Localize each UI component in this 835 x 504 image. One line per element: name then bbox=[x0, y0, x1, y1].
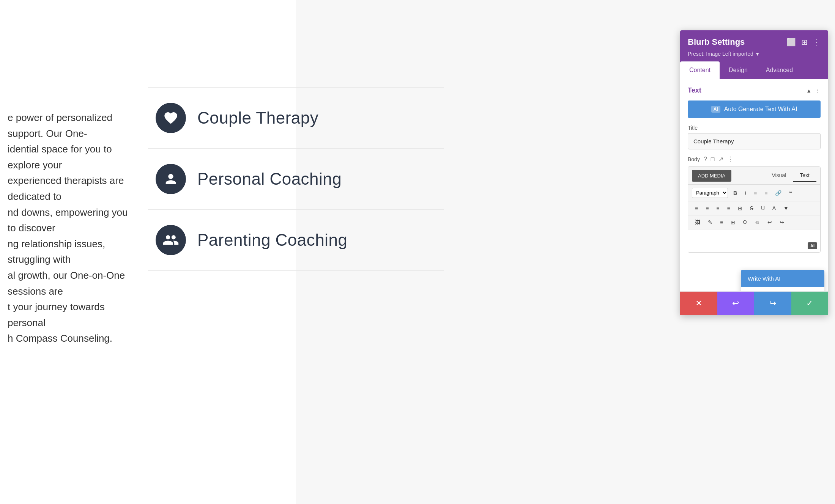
editor-content-area[interactable]: AI bbox=[688, 229, 820, 252]
parenting-coaching-label: Parenting Coaching bbox=[197, 231, 347, 250]
bullet-list-button[interactable]: ≡ bbox=[751, 188, 760, 198]
ordered-list-button[interactable]: ≡ bbox=[761, 188, 770, 198]
add-media-button[interactable]: ADD MEDIA bbox=[692, 170, 731, 182]
split-icon[interactable]: ⊞ bbox=[801, 38, 808, 47]
formatting-buttons: B I ≡ ≡ 🔗 ❝ bbox=[730, 188, 795, 198]
panel-tabs: Content Design Advanced bbox=[680, 61, 828, 79]
ai-generate-label: Auto Generate Text With AI bbox=[724, 106, 797, 113]
section-controls: ▲ ⋮ bbox=[806, 88, 821, 94]
panel-footer: ✕ ↩ ↪ ✓ bbox=[680, 291, 828, 315]
body-help-icon[interactable]: ? bbox=[704, 156, 707, 163]
write-with-ai-option[interactable]: Write With AI bbox=[741, 270, 824, 287]
editor-area: ADD MEDIA Visual Text Paragraph Heading … bbox=[688, 166, 821, 253]
title-input[interactable] bbox=[688, 133, 821, 149]
items-list: Couple Therapy Personal Coaching Parenti… bbox=[148, 87, 444, 271]
bold-button[interactable]: B bbox=[730, 188, 740, 198]
text-tab[interactable]: Text bbox=[793, 169, 816, 182]
underline-button[interactable]: U̲ bbox=[758, 204, 768, 213]
save-button[interactable]: ✓ bbox=[791, 292, 829, 315]
section-more-icon[interactable]: ⋮ bbox=[815, 88, 821, 94]
text-line-4: nd downs, empowering you to discover bbox=[8, 205, 129, 236]
text-line-8: h Compass Counseling. bbox=[8, 331, 129, 347]
editor-toolbar-row3: 🖼 ✎ ≡ ⊞ Ω ☺ ↩ ↪ bbox=[688, 215, 820, 229]
panel-preset: Preset: Image Left imported ▼ bbox=[688, 51, 821, 61]
panel-body: Text ▲ ⋮ AI Auto Generate Text With AI T… bbox=[680, 79, 828, 291]
font-color-button[interactable]: A bbox=[769, 204, 779, 213]
people-icon-circle bbox=[156, 225, 186, 255]
list-item: Personal Coaching bbox=[148, 149, 444, 210]
section-chevron-icon[interactable]: ▲ bbox=[806, 88, 811, 94]
pen-button[interactable]: ✎ bbox=[705, 218, 715, 227]
link-button[interactable]: 🔗 bbox=[772, 188, 785, 198]
emoji-button[interactable]: ☺ bbox=[752, 218, 763, 227]
special-char-button[interactable]: Ω bbox=[740, 218, 750, 227]
panel-title-row: Blurb Settings ⬜ ⊞ ⋮ bbox=[688, 37, 821, 47]
text-line-1: e power of personalized support. Our One… bbox=[8, 110, 129, 141]
settings-panel: Blurb Settings ⬜ ⊞ ⋮ Preset: Image Left … bbox=[680, 30, 828, 315]
strikethrough-button[interactable]: S̶ bbox=[747, 204, 756, 213]
editor-toolbar-row2: ≡ ≡ ≡ ≡ ⊞ S̶ U̲ A ▼ bbox=[688, 201, 820, 215]
italic-button[interactable]: I bbox=[742, 188, 749, 198]
couple-therapy-label: Couple Therapy bbox=[197, 108, 318, 127]
body-mobile-icon[interactable]: □ bbox=[711, 156, 715, 163]
body-text: e power of personalized support. Our One… bbox=[8, 110, 129, 347]
panel-header: Blurb Settings ⬜ ⊞ ⋮ Preset: Image Left … bbox=[680, 30, 828, 61]
paragraph-select[interactable]: Paragraph Heading 1 Heading 2 bbox=[692, 188, 728, 198]
panel-header-icons: ⬜ ⊞ ⋮ bbox=[786, 38, 821, 47]
list-indent-button[interactable]: ≡ bbox=[717, 218, 726, 227]
text-line-5: ng relationship issues, struggling with bbox=[8, 236, 129, 268]
write-automatically-option[interactable]: Write Automatically bbox=[741, 287, 824, 291]
tab-content[interactable]: Content bbox=[680, 61, 720, 79]
title-field-label: Title bbox=[688, 125, 821, 131]
table-button[interactable]: ⊞ bbox=[735, 204, 745, 213]
tab-advanced[interactable]: Advanced bbox=[757, 61, 802, 79]
editor-tabs: Visual Text bbox=[765, 169, 816, 182]
undo-editor-button[interactable]: ↩ bbox=[764, 218, 775, 227]
list-item: Parenting Coaching bbox=[148, 210, 444, 271]
visual-tab[interactable]: Visual bbox=[765, 169, 793, 182]
body-label: Body bbox=[688, 156, 700, 162]
text-line-7: t your journey towards personal bbox=[8, 299, 129, 331]
text-line-3: experienced therapists are dedicated to bbox=[8, 173, 129, 204]
grid-button[interactable]: ⊞ bbox=[728, 218, 738, 227]
ai-dropdown: Write With AI Write Automatically bbox=[741, 270, 824, 291]
more-toolbar-button[interactable]: ▼ bbox=[780, 204, 792, 213]
body-arrow-icon[interactable]: ↗ bbox=[718, 155, 723, 163]
quote-button[interactable]: ❝ bbox=[786, 188, 795, 198]
align-right-button[interactable]: ≡ bbox=[713, 204, 722, 213]
ai-content-icon[interactable]: AI bbox=[808, 242, 817, 249]
ai-generate-button[interactable]: AI Auto Generate Text With AI bbox=[688, 100, 821, 118]
heart-icon-circle bbox=[156, 103, 186, 133]
text-line-6: al growth, our One-on-One sessions are bbox=[8, 268, 129, 299]
personal-coaching-icon bbox=[156, 164, 186, 194]
undo-button[interactable]: ↩ bbox=[717, 292, 755, 315]
parenting-coaching-icon bbox=[156, 225, 186, 255]
text-line-2: idential space for you to explore your bbox=[8, 141, 129, 173]
expand-icon[interactable]: ⬜ bbox=[786, 38, 796, 47]
body-more-icon[interactable]: ⋮ bbox=[727, 155, 733, 163]
couple-therapy-icon bbox=[156, 103, 186, 133]
cancel-button[interactable]: ✕ bbox=[680, 292, 717, 315]
tab-design[interactable]: Design bbox=[720, 61, 757, 79]
text-section-title: Text bbox=[688, 86, 701, 94]
ai-badge: AI bbox=[711, 106, 720, 113]
redo-button[interactable]: ↪ bbox=[754, 292, 791, 315]
align-center-button[interactable]: ≡ bbox=[703, 204, 712, 213]
align-left-button[interactable]: ≡ bbox=[692, 204, 701, 213]
editor-toolbar-row1: Paragraph Heading 1 Heading 2 B I ≡ ≡ 🔗 … bbox=[688, 185, 820, 201]
list-item: Couple Therapy bbox=[148, 87, 444, 149]
text-section-header: Text ▲ ⋮ bbox=[688, 86, 821, 94]
panel-title: Blurb Settings bbox=[688, 37, 745, 47]
image-button[interactable]: 🖼 bbox=[692, 218, 703, 227]
body-section-header: Body ? □ ↗ ⋮ bbox=[688, 155, 821, 163]
person-icon-circle bbox=[156, 164, 186, 194]
personal-coaching-label: Personal Coaching bbox=[197, 170, 342, 188]
redo-editor-button[interactable]: ↪ bbox=[777, 218, 787, 227]
more-icon[interactable]: ⋮ bbox=[813, 38, 821, 47]
align-justify-button[interactable]: ≡ bbox=[724, 204, 733, 213]
